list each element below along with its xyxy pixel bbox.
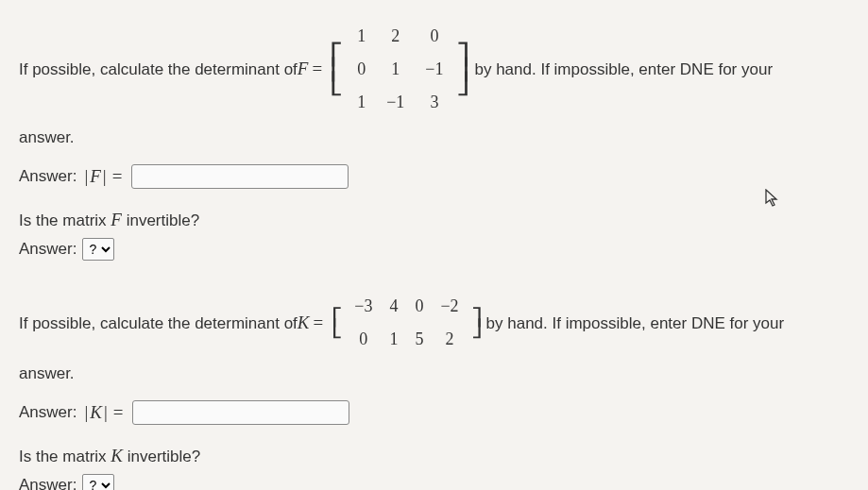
q2-prompt: If possible, calculate the determinant o… (19, 287, 849, 359)
cursor-icon (765, 189, 780, 212)
q2-sub-var: K (111, 446, 123, 465)
question-1: If possible, calculate the determinant o… (19, 17, 849, 261)
q2-sub-text-a: Is the matrix (19, 448, 111, 465)
question-2: If possible, calculate the determinant o… (19, 287, 849, 490)
q1-det-eq: = (109, 166, 127, 187)
q2-matrix-grid: −340−2 0152 (341, 287, 471, 359)
bracket-left-icon: ⎡⎢⎣ (331, 47, 344, 91)
q1-matrix: ⎡⎢⎣ 120 01−1 1−13 ⎤⎥⎦ (332, 17, 468, 121)
q1-sub-text-a: Is the matrix (19, 211, 111, 229)
q1-eq: = (308, 55, 326, 83)
det-bar-right: | (104, 402, 108, 423)
det-bar-left: | (84, 166, 88, 187)
q2-det-eq: = (110, 402, 128, 423)
q2-var: K (298, 309, 310, 337)
q1-det-input[interactable] (131, 164, 349, 189)
q1-prompt-text-b: by hand. If impossible, enter DNE for yo… (474, 57, 773, 82)
det-bar-right: | (103, 166, 107, 187)
q2-prompt-text-b: by hand. If impossible, enter DNE for yo… (486, 311, 785, 336)
q2-answer-row: Answer: | K | = (19, 400, 849, 425)
q1-sub-answer-label: Answer: (19, 240, 77, 259)
q1-answer-row: Answer: | F | = (19, 164, 849, 189)
q2-subquestion: Is the matrix K invertible? (19, 446, 849, 466)
q1-matrix-grid: 120 01−1 1−13 (342, 17, 458, 121)
q2-prompt-text-c: answer. (19, 364, 849, 383)
q2-matrix: ⎡⎣ −340−2 0152 ⎤⎦ (332, 287, 480, 359)
q1-prompt-text-c: answer. (19, 128, 849, 147)
bracket-right-icon: ⎤⎥⎦ (457, 47, 470, 91)
q2-eq: = (310, 309, 328, 337)
q1-answer-label: Answer: (19, 167, 77, 186)
q1-sub-answer-row: Answer: ? (19, 238, 849, 261)
q1-var: F (298, 55, 309, 83)
q2-det-input[interactable] (132, 400, 349, 425)
bracket-right-icon: ⎤⎦ (470, 312, 482, 335)
q1-det-var: F (90, 166, 101, 187)
q2-answer-label: Answer: (19, 403, 77, 422)
q2-prompt-text-a: If possible, calculate the determinant o… (19, 311, 298, 336)
q1-invertible-select[interactable]: ? (82, 238, 114, 261)
q2-invertible-select[interactable]: ? (82, 474, 114, 490)
q1-subquestion: Is the matrix F invertible? (19, 210, 849, 230)
q2-sub-text-b: invertible? (128, 448, 201, 465)
q1-prompt: If possible, calculate the determinant o… (19, 17, 849, 121)
bracket-left-icon: ⎡⎣ (332, 312, 343, 335)
q1-sub-var: F (111, 210, 122, 229)
q2-sub-answer-label: Answer: (19, 476, 77, 490)
q1-sub-text-b: invertible? (127, 211, 200, 229)
q1-prompt-text-a: If possible, calculate the determinant o… (19, 57, 298, 82)
det-bar-left: | (84, 402, 88, 423)
q2-sub-answer-row: Answer: ? (19, 474, 849, 490)
q2-det-var: K (90, 402, 102, 423)
